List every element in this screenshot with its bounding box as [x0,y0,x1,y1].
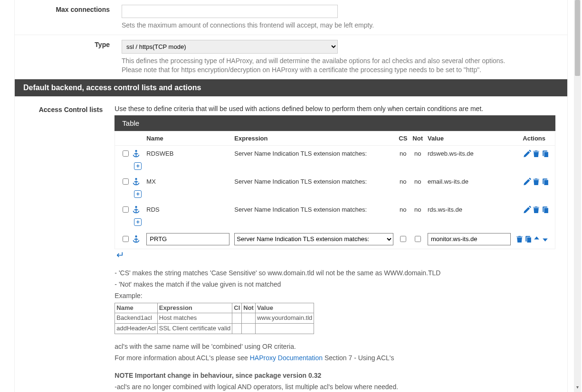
max-connections-help: Sets the maximum amount of connections t… [122,21,555,30]
row-name: RDS [144,202,232,217]
delete-icon[interactable] [515,235,524,243]
edit-name-input[interactable] [146,233,229,245]
row-cs: no [396,202,410,217]
example-label: Example: [114,291,555,300]
note-combined: acl's with the same name will be 'combin… [114,342,555,351]
type-label: Type [15,40,122,75]
th-expression: Expression [232,131,396,145]
th-actions: Actions [513,131,555,145]
edit-cs-checkbox[interactable] [400,236,406,242]
note-cs: - 'CS' makes the string matches 'Case Se… [114,268,555,278]
edit-icon[interactable] [523,149,531,158]
th-not: Not [410,131,425,145]
acl-desc: Use these to define criteria that will b… [114,105,555,112]
row-name: MX [144,174,232,189]
acl-table: Name Expression CS Not Value Actions RDS… [114,131,555,249]
row-expression: Server Name Indication TLS extension mat… [232,145,396,161]
type-row: Type ssl / https(TCP mode) This defines … [15,35,567,79]
row-checkbox[interactable] [123,178,129,185]
type-help-2: Please note that for https encryption/de… [122,65,555,75]
edit-not-checkbox[interactable] [415,236,421,242]
table-row: MXServer Name Indication TLS extension m… [115,174,555,189]
th-value: Value [425,131,513,145]
copy-icon[interactable] [541,205,549,214]
scrollbar-thumb[interactable] [575,0,580,76]
row-checkbox[interactable] [123,236,129,242]
acl-notes: - 'CS' makes the string matches 'Case Se… [114,268,555,392]
note-bold: NOTE Important change in behaviour, sinc… [114,372,321,379]
row-not: no [410,202,425,217]
anchor-icon[interactable] [132,177,140,185]
table-row-edit: Server Name Indication TLS extension mat… [115,230,555,249]
edit-expression-select[interactable]: Server Name Indication TLS extension mat… [234,233,393,245]
row-name: RDSWEB [144,145,232,161]
row-value: rds.ws-its.de [425,202,513,217]
row-expression: Server Name Indication TLS extension mat… [232,174,396,189]
note-not: - 'Not' makes the match if the value giv… [114,280,555,289]
max-connections-label: Max connections [15,5,122,30]
anchor-icon[interactable] [132,235,140,242]
edit-icon[interactable] [523,205,531,214]
max-connections-input[interactable] [122,5,338,18]
row-checkbox[interactable] [123,206,129,213]
add-row-icon[interactable]: + [134,162,142,170]
move-down-icon[interactable] [541,235,549,243]
th-name: Name [144,131,232,145]
add-row-icon[interactable]: + [134,190,142,198]
row-not: no [410,145,425,161]
scrollbar[interactable]: ▴ ▾ [574,0,581,392]
table-row: RDSWEBServer Name Indication TLS extensi… [115,145,555,161]
delete-icon[interactable] [532,149,540,158]
edit-icon[interactable] [523,177,531,186]
acl-label: Access Control lists [15,105,114,392]
max-connections-row: Max connections Sets the maximum amount … [15,0,567,35]
acl-table-title: Table [114,115,555,131]
haproxy-doc-link[interactable]: HAProxy Documentation [250,354,323,362]
copy-icon[interactable] [541,177,549,186]
edit-value-input[interactable] [428,233,511,245]
delete-icon[interactable] [532,205,540,214]
row-cs: no [396,174,410,189]
scroll-down-icon[interactable]: ▾ [574,384,581,392]
row-value: rdsweb.ws-its.de [425,145,513,161]
copy-icon[interactable] [524,235,532,243]
move-up-icon[interactable] [533,235,541,243]
th-cs: CS [396,131,410,145]
note-moreinfo: For more information about ACL's please … [114,353,555,363]
anchor-icon[interactable] [132,149,140,157]
row-not: no [410,174,425,189]
add-row-icon[interactable]: + [134,218,142,226]
section-header: Default backend, access control lists an… [15,79,567,96]
row-checkbox[interactable] [123,150,129,157]
row-value: email.ws-its.de [425,174,513,189]
copy-icon[interactable] [541,149,549,158]
row-expression: Server Name Indication TLS extension mat… [232,202,396,217]
row-cs: no [396,145,410,161]
return-icon[interactable]: ↵ [114,249,555,261]
table-row: RDSServer Name Indication TLS extension … [115,202,555,217]
anchor-icon[interactable] [132,205,140,213]
type-select[interactable]: ssl / https(TCP mode) [122,40,338,54]
acl-row: Access Control lists Use these to define… [15,96,567,392]
type-help-1: This defines the processing type of HAPr… [122,56,555,65]
example-table: Name Expression CI Not Value Backend1acl… [114,303,314,335]
delete-icon[interactable] [532,177,540,186]
note-a: -acl's are no longer combined with logic… [114,382,555,392]
